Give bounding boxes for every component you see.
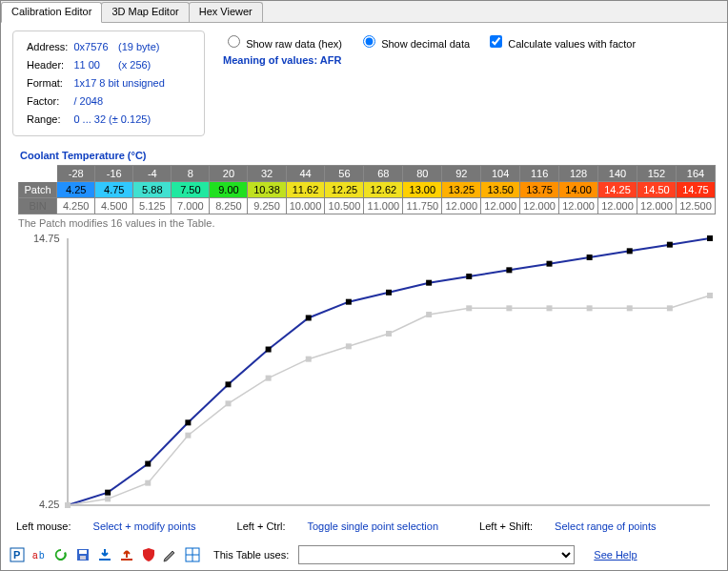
bin-cell[interactable]: 4.500 xyxy=(95,198,133,214)
bin-cell[interactable]: 12.000 xyxy=(637,198,676,214)
bin-cell[interactable]: 12.000 xyxy=(559,198,598,214)
svg-text:a: a xyxy=(32,550,38,561)
factor-label: Factor: xyxy=(25,93,70,110)
svg-rect-12 xyxy=(386,290,392,296)
tab-bar: Calibration Editor 3D Map Editor Hex Vie… xyxy=(1,1,727,23)
svg-text:P: P xyxy=(13,549,20,561)
axis-cell: 68 xyxy=(364,166,403,182)
patch-cell[interactable]: 4.75 xyxy=(95,182,133,198)
svg-rect-14 xyxy=(466,274,472,279)
bin-cell[interactable]: 12.000 xyxy=(442,198,481,214)
refresh-icon[interactable] xyxy=(52,547,69,563)
radio-raw[interactable]: Show raw data (hex) xyxy=(223,38,342,50)
patch-cell[interactable]: 12.25 xyxy=(325,182,364,198)
info-panel: Address:0x7576(19 byte) Header:11 00(x 2… xyxy=(12,31,205,136)
svg-rect-35 xyxy=(627,305,633,311)
tab-hex-viewer[interactable]: Hex Viewer xyxy=(189,2,263,22)
bin-cell[interactable]: 12.000 xyxy=(481,198,520,214)
radio-decimal[interactable]: Show decimal data xyxy=(358,38,470,50)
mouse-hints: Left mouse: Select + modify points Left … xyxy=(16,520,716,532)
patch-cell[interactable]: 14.00 xyxy=(559,182,598,198)
hint-left-shift: Select range of points xyxy=(555,520,656,532)
bin-cell[interactable]: 10.500 xyxy=(325,198,364,214)
svg-rect-10 xyxy=(306,315,312,320)
patch-cell[interactable]: 7.50 xyxy=(172,182,210,198)
patch-cell[interactable]: 14.50 xyxy=(637,182,676,198)
svg-rect-23 xyxy=(145,480,151,486)
svg-rect-43 xyxy=(79,550,87,554)
svg-rect-46 xyxy=(121,559,132,561)
edit-icon[interactable] xyxy=(162,547,178,563)
svg-rect-15 xyxy=(506,267,512,273)
patch-cell[interactable]: 10.38 xyxy=(248,182,286,198)
bin-cell[interactable]: 11.000 xyxy=(364,198,403,214)
patch-row-label: Patch xyxy=(19,182,57,198)
patch-cell[interactable]: 14.75 xyxy=(676,182,715,198)
svg-rect-27 xyxy=(306,357,312,362)
grid-icon[interactable] xyxy=(184,547,200,563)
axis-cell: 80 xyxy=(403,166,442,182)
header-value: 11 00 xyxy=(71,57,114,73)
bin-cell[interactable]: 10.000 xyxy=(286,198,325,214)
axis-cell: 20 xyxy=(210,166,248,182)
patch-cell[interactable]: 4.25 xyxy=(57,182,95,198)
svg-text:14.75: 14.75 xyxy=(33,233,60,244)
bin-cell[interactable]: 12.500 xyxy=(676,198,715,214)
patch-cell[interactable]: 14.25 xyxy=(598,182,637,198)
patch-icon[interactable]: P xyxy=(9,547,25,563)
bin-cell[interactable]: 5.125 xyxy=(133,198,172,214)
axis-cell: 8 xyxy=(172,166,210,182)
patch-cell[interactable]: 11.62 xyxy=(286,182,325,198)
data-table: -28-16-482032445668809210411612814015216… xyxy=(18,165,716,214)
see-help-link[interactable]: See Help xyxy=(594,549,637,561)
axis-cell: 44 xyxy=(286,166,325,182)
bin-cell[interactable]: 8.250 xyxy=(210,198,248,214)
meaning-of-values: Meaning of values: AFR xyxy=(223,54,649,66)
bin-cell[interactable]: 7.000 xyxy=(172,198,210,214)
svg-rect-16 xyxy=(547,261,553,267)
bin-cell[interactable]: 12.000 xyxy=(598,198,637,214)
svg-rect-45 xyxy=(99,559,111,561)
svg-rect-26 xyxy=(266,376,272,381)
address-label: Address: xyxy=(25,39,70,55)
bin-cell[interactable]: 12.000 xyxy=(520,198,559,214)
svg-rect-24 xyxy=(185,433,191,438)
patch-cell[interactable]: 13.25 xyxy=(442,182,481,198)
table-uses-select[interactable] xyxy=(298,545,575,564)
save-icon[interactable] xyxy=(74,547,91,563)
axis-cell: 128 xyxy=(559,166,598,182)
svg-rect-32 xyxy=(506,305,512,311)
svg-rect-29 xyxy=(386,331,392,336)
patch-cell[interactable]: 9.00 xyxy=(210,182,248,198)
download-icon[interactable] xyxy=(96,547,112,563)
patch-cell[interactable]: 13.75 xyxy=(520,182,559,198)
bin-cell[interactable]: 11.750 xyxy=(403,198,442,214)
axis-cell: 32 xyxy=(248,166,286,182)
ab-icon[interactable]: ab xyxy=(30,547,47,563)
options-panel: Show raw data (hex) Show decimal data Ca… xyxy=(223,32,649,66)
svg-rect-9 xyxy=(266,347,272,353)
axis-cell: 104 xyxy=(481,166,520,182)
upload-icon[interactable] xyxy=(118,547,134,563)
svg-rect-31 xyxy=(466,305,472,311)
range-label: Range: xyxy=(25,112,70,128)
patch-cell[interactable]: 12.62 xyxy=(364,182,403,198)
svg-rect-36 xyxy=(667,305,673,311)
svg-rect-13 xyxy=(426,280,432,286)
patch-cell[interactable]: 13.00 xyxy=(403,182,442,198)
address-value: 0x7576 xyxy=(71,39,114,55)
bin-cell[interactable]: 4.250 xyxy=(57,198,95,214)
shield-icon[interactable] xyxy=(140,547,156,563)
bin-cell[interactable]: 9.250 xyxy=(248,198,286,214)
tab-3d-map-editor[interactable]: 3D Map Editor xyxy=(101,2,189,22)
svg-rect-5 xyxy=(105,490,111,496)
patch-cell[interactable]: 13.50 xyxy=(481,182,520,198)
tab-calibration-editor[interactable]: Calibration Editor xyxy=(1,2,102,23)
axis-cell: 152 xyxy=(637,166,676,182)
table-title: Coolant Temperature (°C) xyxy=(20,150,716,161)
svg-rect-7 xyxy=(185,419,191,425)
checkbox-calculate-factor[interactable]: Calculate values with factor xyxy=(486,38,636,50)
chart[interactable]: 14.754.25 xyxy=(33,231,716,517)
patch-cell[interactable]: 5.88 xyxy=(133,182,172,198)
axis-cell: -16 xyxy=(95,166,133,182)
